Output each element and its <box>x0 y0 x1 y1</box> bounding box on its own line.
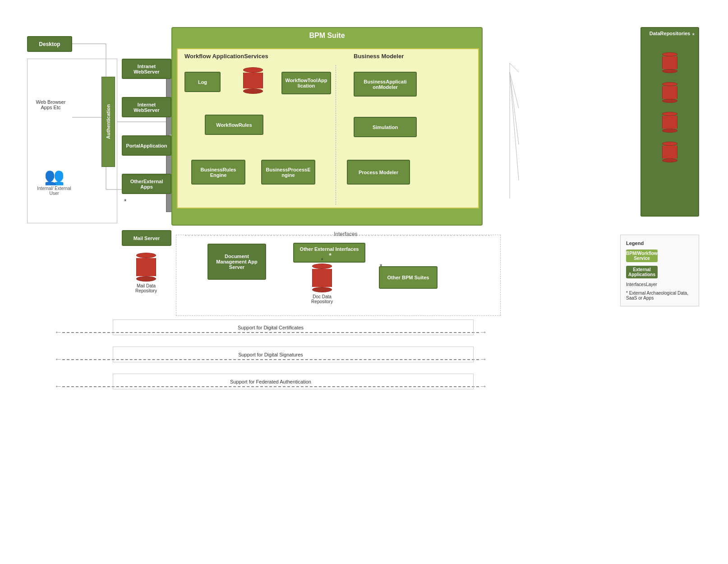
web-browser-label: Web Browser Apps Etc <box>32 99 70 110</box>
legend-box: Legend BPM/Workflow Service External App… <box>620 235 699 306</box>
workflow-tool-app-node: WorkflowToolApp lication <box>281 72 331 94</box>
process-modeler-node: Process Modeler <box>347 160 410 185</box>
other-external-apps-box: OtherExternal Apps <box>122 174 171 194</box>
legend-title: Legend <box>626 240 693 246</box>
svg-line-7 <box>510 72 519 144</box>
business-app-modeler-node: BusinessApplicati onModeler <box>354 72 417 97</box>
db-4 <box>662 142 677 162</box>
authentication-box: Authentication <box>101 77 115 167</box>
workflow-db <box>243 67 263 94</box>
diagram-container: Desktop Web Browser Apps Etc 👥 Internal/… <box>27 27 699 523</box>
legend-asterisk-note: * External Archaeological Data, SaaS or … <box>626 291 693 300</box>
desktop-label: Desktop <box>39 41 60 47</box>
certs-outline <box>113 319 474 335</box>
log-node: Log <box>184 72 221 92</box>
internet-webserver-box: Internet WebServer <box>122 97 171 117</box>
data-repos-title: DataRepositories <box>641 28 698 39</box>
business-process-engine-node: BusinessProcessE ngine <box>261 160 315 185</box>
bpm-suite-box: BPM Suite Workflow ApplicationServices B… <box>171 27 483 226</box>
db-2 <box>662 82 677 103</box>
workflow-inner-box: Workflow ApplicationServices Business Mo… <box>177 48 479 208</box>
svg-line-8 <box>510 72 519 180</box>
bpm-suite-title: BPM Suite <box>172 28 482 42</box>
data-repositories-box: DataRepositories * <box>640 27 699 217</box>
portal-application-box: PortalApplication <box>122 135 171 156</box>
legend-bpm: BPM/Workflow Service <box>626 250 693 262</box>
sigs-outline <box>113 347 474 362</box>
user-label: Internal/ External User <box>36 186 72 196</box>
auth-outline <box>113 374 474 389</box>
vertical-divider <box>336 65 336 205</box>
legend-interfaces-label: InterfacesLayer <box>626 282 657 287</box>
asterisk-other-external: * <box>124 198 126 205</box>
simulation-node: Simulation <box>354 117 417 137</box>
svg-line-6 <box>510 72 519 108</box>
workflow-rules-node: WorkflowRules <box>205 115 263 135</box>
business-rules-engine-node: BusinessRules Engine <box>191 160 245 185</box>
mail-data-label: Mail Data Repository <box>128 283 164 293</box>
legend-external: External Applications <box>626 266 693 278</box>
mail-data-repository: Mail Data Repository <box>128 253 164 293</box>
mail-server-box: Mail Server <box>122 230 171 246</box>
db-1 <box>662 52 677 73</box>
desktop-box: Desktop <box>27 36 72 52</box>
legend-interfaces: InterfacesLayer <box>626 282 693 287</box>
svg-line-5 <box>510 63 519 72</box>
intranet-webserver-box: Intranet WebServer <box>122 59 171 79</box>
user-figure: 👥 Internal/ External User <box>36 167 72 196</box>
business-modeler-title: Business Modeler <box>354 53 404 60</box>
db-3 <box>662 112 677 133</box>
workflow-title: Workflow ApplicationServices <box>184 53 268 60</box>
mail-db-cylinder <box>136 253 156 282</box>
bottom-section-outline <box>176 235 501 316</box>
